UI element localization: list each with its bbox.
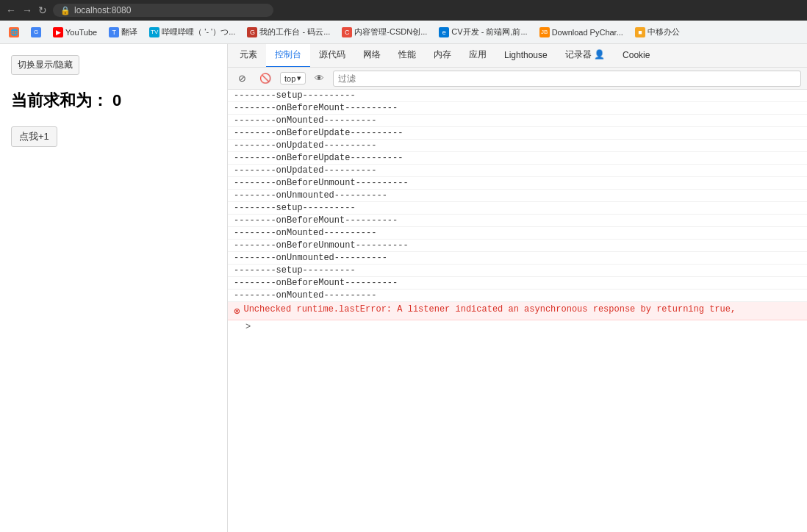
console-error-line: ⊗ Unchecked runtime.lastError: A listene… <box>228 302 807 320</box>
clear-icon: ⊘ <box>238 73 246 84</box>
forward-button[interactable]: → <box>22 4 32 16</box>
bilibili-icon: TV <box>149 27 159 37</box>
tab-recorder[interactable]: 记录器 👤 <box>556 44 614 68</box>
tab-network[interactable]: 网络 <box>354 44 390 68</box>
translate-icon: T <box>109 27 119 37</box>
clear-console-button[interactable]: ⊘ <box>234 71 251 86</box>
tab-lighthouse[interactable]: Lighthouse <box>495 44 556 68</box>
bookmark-label: Download PyChar... <box>552 28 623 37</box>
toggle-button[interactable]: 切换显示/隐藏 <box>11 55 79 75</box>
address-bar[interactable]: 🔒 localhost:8080 <box>53 4 273 17</box>
console-line: --------onUnmounted---------- <box>228 252 807 265</box>
bookmark-label: 中移办公 <box>648 26 680 37</box>
console-output: --------setup---------- --------onBefore… <box>228 90 807 532</box>
dropdown-arrow-icon: ▾ <box>297 73 301 83</box>
bookmark-cv[interactable]: e CV开发 - 前端网,前... <box>434 25 531 39</box>
reload-button[interactable]: ↻ <box>38 4 47 16</box>
console-line: --------onBeforeUnmount---------- <box>228 240 807 252</box>
bookmark-bilibili[interactable]: TV 哔哩哔哩（ '- '）つ... <box>145 25 240 39</box>
console-line: --------setup---------- <box>228 265 807 277</box>
console-line: --------onUnmounted---------- <box>228 190 807 202</box>
bookmark-label: YouTube <box>65 28 97 37</box>
tab-cookie[interactable]: Cookie <box>614 44 659 68</box>
console-line: --------onMounted---------- <box>228 227 807 240</box>
console-line: --------onBeforeMount---------- <box>228 277 807 290</box>
eye-icon: 👁 <box>315 73 324 84</box>
tab-sources[interactable]: 源代码 <box>310 44 354 68</box>
tab-console[interactable]: 控制台 <box>266 44 310 68</box>
bookmark-csdn[interactable]: C 内容管理-CSDN创... <box>337 25 431 39</box>
console-line: --------onUpdated---------- <box>228 165 807 177</box>
expand-arrow[interactable]: > <box>228 320 807 334</box>
gitee-icon: G <box>247 27 257 37</box>
cv-icon: e <box>439 27 449 37</box>
block-button[interactable]: 🚫 <box>255 71 276 86</box>
tab-memory[interactable]: 内存 <box>425 44 460 68</box>
console-line: --------onBeforeUnmount---------- <box>228 177 807 190</box>
main-layout: 切换显示/隐藏 当前求和为： 0 点我+1 元素 控制台 源代码 网络 性能 内… <box>0 44 807 532</box>
filter-input[interactable] <box>333 71 801 87</box>
address-text: localhost:8080 <box>74 5 131 15</box>
bookmark-icon: G <box>31 27 41 37</box>
context-select[interactable]: top ▾ <box>280 72 306 85</box>
bookmarks-bar: 🌐 G ▶ YouTube T 翻译 TV 哔哩哔哩（ '- '）つ... G … <box>0 21 807 44</box>
console-line: --------onMounted---------- <box>228 115 807 127</box>
bookmark-youtube[interactable]: ▶ YouTube <box>49 26 101 39</box>
bookmark-item[interactable]: 🌐 <box>4 26 24 39</box>
console-line: --------onBeforeMount---------- <box>228 102 807 115</box>
csdn-icon: C <box>342 27 352 37</box>
bookmark-cmcc[interactable]: ■ 中移办公 <box>631 25 684 39</box>
cmcc-icon: ■ <box>635 27 645 37</box>
error-icon: ⊗ <box>234 305 240 317</box>
lock-icon: 🔒 <box>60 6 71 15</box>
console-line: --------onBeforeUpdate---------- <box>228 152 807 165</box>
page-title: 当前求和为： 0 <box>11 90 216 112</box>
bookmark-gitee[interactable]: G 我的工作台 - 码云... <box>243 25 334 39</box>
youtube-icon: ▶ <box>53 27 63 37</box>
webpage-panel: 切换显示/隐藏 当前求和为： 0 点我+1 <box>0 44 228 532</box>
bookmark-icon: 🌐 <box>9 27 19 37</box>
devtools-panel: 元素 控制台 源代码 网络 性能 内存 应用 Lighthouse 记录器 👤 … <box>228 44 807 532</box>
bookmark-item[interactable]: G <box>26 26 46 39</box>
console-line: --------setup---------- <box>228 202 807 215</box>
eye-button[interactable]: 👁 <box>310 71 329 86</box>
click-button[interactable]: 点我+1 <box>11 126 57 147</box>
bookmark-label: 我的工作台 - 码云... <box>259 26 330 37</box>
console-line: --------onBeforeMount---------- <box>228 215 807 227</box>
back-button[interactable]: ← <box>6 4 16 16</box>
tab-elements[interactable]: 元素 <box>231 44 266 68</box>
console-line: --------onMounted---------- <box>228 290 807 302</box>
browser-chrome: ← → ↻ 🔒 localhost:8080 <box>0 0 807 21</box>
devtools-tabs: 元素 控制台 源代码 网络 性能 内存 应用 Lighthouse 记录器 👤 … <box>228 44 807 68</box>
error-message: Unchecked runtime.lastError: A listener … <box>243 304 736 314</box>
block-icon: 🚫 <box>259 73 271 84</box>
console-line: --------setup---------- <box>228 90 807 102</box>
console-line: --------onBeforeUpdate---------- <box>228 127 807 140</box>
console-toolbar: ⊘ 🚫 top ▾ 👁 <box>228 68 807 90</box>
bookmark-label: 翻译 <box>121 26 137 37</box>
bookmark-label: 哔哩哔哩（ '- '）つ... <box>162 26 235 37</box>
bookmark-label: CV开发 - 前端网,前... <box>451 26 527 37</box>
bookmark-pycharm[interactable]: JB Download PyChar... <box>535 26 628 39</box>
pycharm-icon: JB <box>539 27 550 37</box>
bookmark-translate[interactable]: T 翻译 <box>104 25 142 39</box>
bookmark-label: 内容管理-CSDN创... <box>354 26 427 37</box>
context-label: top <box>284 74 295 83</box>
tab-application[interactable]: 应用 <box>460 44 495 68</box>
tab-performance[interactable]: 性能 <box>390 44 425 68</box>
console-line: --------onUpdated---------- <box>228 140 807 152</box>
